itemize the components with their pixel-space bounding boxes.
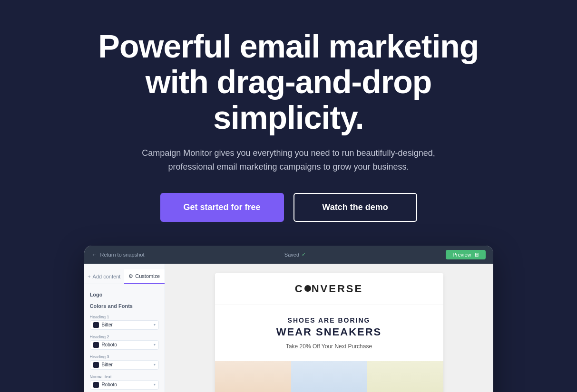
heading3-field: Heading 3 Bitter ▾ [84,353,165,372]
heading1-field: Heading 1 Bitter ▾ [84,313,165,332]
heading2-label: Heading 2 [90,335,159,339]
logo-section-label: Logo [84,290,165,301]
shoes-image-area: ★ CONVERSE [215,361,443,392]
heading1-color-swatch [93,322,99,328]
preview-icon: 🖥 [474,252,479,258]
hero-buttons: Get started for free Watch the demo [10,193,567,222]
topbar-back-label[interactable]: Return to snapshot [100,252,145,258]
hero-section: Powerful email marketing with drag-and-d… [0,0,577,222]
email-offer: Take 20% Off Your Next Purchase [229,343,429,350]
normal-text-font: Roboto [102,382,117,387]
heading2-field: Heading 2 Roboto ▾ [84,333,165,352]
shoe-item-3: ★ CONVERSE [367,361,443,392]
heading3-select[interactable]: Bitter ▾ [90,360,159,370]
heading2-select[interactable]: Roboto ▾ [90,340,159,350]
tab-add-label: Add content [93,274,121,279]
heading3-label: Heading 3 [90,354,159,359]
saved-check-icon: ✓ [302,251,306,258]
normal-text-select[interactable]: Roboto ▾ [90,380,159,390]
tab-customize[interactable]: ⚙ Customize [124,269,165,284]
normal-text-label: Normal text [90,374,159,379]
saved-label: Saved [284,252,299,258]
heading1-font: Bitter [102,322,113,327]
preview-button[interactable]: Preview 🖥 [446,250,485,259]
topbar-center: Saved ✓ [284,251,306,258]
heading2-font: Roboto [102,342,117,347]
heading1-chevron: ▾ [154,323,156,327]
add-icon: + [88,274,90,279]
heading1-label: Heading 1 [90,315,159,319]
app-sidebar: + Add content ⚙ Customize Logo Colors an… [84,264,165,392]
colors-fonts-label: Colors and Fonts [84,301,165,313]
app-preview-container: ← Return to snapshot Saved ✓ Preview 🖥 +… [84,246,493,392]
normal-text-swatch [93,382,99,388]
get-started-button[interactable]: Get started for free [160,193,284,222]
shoe-svg-3: ★ CONVERSE [384,378,427,392]
heading3-color-swatch [93,362,99,368]
heading3-font: Bitter [102,362,113,367]
email-body: SHOES ARE BORING WEAR SNEAKERS Take 20% … [215,305,443,361]
normal-text-field: Normal text Roboto ▾ [84,373,165,392]
email-header: CNVERSE [215,273,443,305]
shoe-svg-1: ★ CONVERSE [232,378,274,392]
heading3-chevron: ▾ [154,363,156,367]
tab-customize-label: Customize [135,273,160,279]
normal-text-chevron: ▾ [154,382,156,387]
tab-add-content[interactable]: + Add content [84,269,125,284]
topbar-left: ← Return to snapshot [92,251,145,258]
heading2-color-swatch [93,342,99,348]
email-card: CNVERSE SHOES ARE BORING WEAR SNEAKERS T… [215,273,443,392]
hero-title: Powerful email marketing with drag-and-d… [75,29,503,135]
app-body: + Add content ⚙ Customize Logo Colors an… [84,264,493,392]
preview-label: Preview [452,252,471,258]
converse-logo: CNVERSE [225,283,434,295]
gear-icon: ⚙ [128,273,133,279]
watch-demo-button[interactable]: Watch the demo [293,193,417,222]
heading2-chevron: ▾ [154,343,156,347]
hero-subtitle: Campaign Monitor gives you everything yo… [141,146,436,174]
shoe-item-2: ★ CONVERSE [291,361,367,392]
sidebar-tabs: + Add content ⚙ Customize [84,269,165,284]
app-preview-wrapper: ← Return to snapshot Saved ✓ Preview 🖥 +… [0,246,577,392]
shoe-svg-2: ★ CONVERSE [308,378,351,392]
heading1-select[interactable]: Bitter ▾ [90,320,159,330]
back-arrow-icon: ← [92,251,98,258]
email-tagline-1: SHOES ARE BORING [229,316,429,324]
email-tagline-2: WEAR SNEAKERS [229,326,429,338]
app-topbar: ← Return to snapshot Saved ✓ Preview 🖥 [84,246,493,264]
email-preview-area: CNVERSE SHOES ARE BORING WEAR SNEAKERS T… [165,264,493,392]
shoe-item-1: ★ CONVERSE [215,361,291,392]
